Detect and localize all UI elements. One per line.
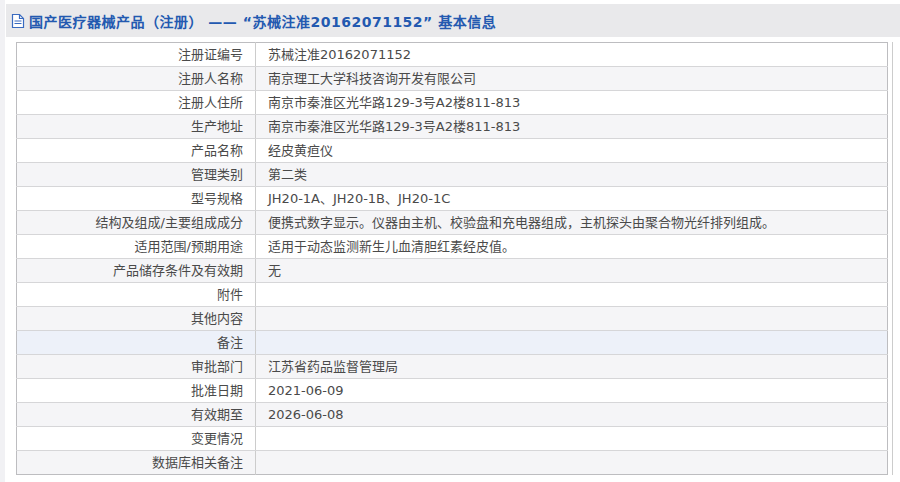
row-label: 批准日期 [17,379,256,403]
table-row: 注册人住所南京市秦淮区光华路129-3号A2楼811-813 [17,91,888,115]
table-row: 其他内容 [17,307,888,331]
table-row: 审批部门江苏省药品监督管理局 [17,355,888,379]
table-row: 变更情况 [17,427,888,451]
row-label: 审批部门 [17,355,256,379]
row-label: 产品储存条件及有效期 [17,259,256,283]
table-row: 注册证编号苏械注准20162071152 [17,43,888,67]
row-value [256,451,888,475]
row-label: 其他内容 [17,307,256,331]
row-value [256,307,888,331]
table-row: 适用范围/预期用途适用于动态监测新生儿血清胆红素经皮值。 [17,235,888,259]
page-header-bar: 国产医疗器械产品（注册） —— “苏械注准20162071152” 基本信息 [6,4,900,37]
row-label: 变更情况 [17,427,256,451]
window-edge-strip [0,0,5,482]
row-value: 无 [256,259,888,283]
row-value: 苏械注准20162071152 [256,43,888,67]
row-label: 数据库相关备注 [17,451,256,475]
page-title: 国产医疗器械产品（注册） —— “苏械注准20162071152” 基本信息 [29,11,496,31]
row-label: 有效期至 [17,403,256,427]
row-label: 结构及组成/主要组成成分 [17,211,256,235]
row-label: 生产地址 [17,115,256,139]
row-value: 南京市秦淮区光华路129-3号A2楼811-813 [256,91,888,115]
row-label: 适用范围/预期用途 [17,235,256,259]
row-value: 南京市秦淮区光华路129-3号A2楼811-813 [256,115,888,139]
row-value: 南京理工大学科技咨询开发有限公司 [256,67,888,91]
row-label: 附件 [17,283,256,307]
document-icon [11,13,25,29]
table-row: 有效期至2026-06-08 [17,403,888,427]
row-value: 2026-06-08 [256,403,888,427]
row-value: 经皮黄疸仪 [256,139,888,163]
row-value: 江苏省药品监督管理局 [256,355,888,379]
row-value: 第二类 [256,163,888,187]
row-label: 型号规格 [17,187,256,211]
info-table-body: 注册证编号苏械注准20162071152注册人名称南京理工大学科技咨询开发有限公… [17,43,888,475]
row-label: 产品名称 [17,139,256,163]
info-table-container: 注册证编号苏械注准20162071152注册人名称南京理工大学科技咨询开发有限公… [16,42,888,475]
row-label: 管理类别 [17,163,256,187]
table-row: 管理类别第二类 [17,163,888,187]
row-value [256,427,888,451]
row-value: 便携式数字显示。仪器由主机、校验盘和充电器组成，主机探头由聚合物光纤排列组成。 [256,211,888,235]
table-row: 型号规格JH20-1A、JH20-1B、JH20-1C [17,187,888,211]
row-label: 备注 [17,331,256,355]
row-value: 适用于动态监测新生儿血清胆红素经皮值。 [256,235,888,259]
row-label: 注册证编号 [17,43,256,67]
table-row: 批准日期2021-06-09 [17,379,888,403]
table-row: 产品储存条件及有效期无 [17,259,888,283]
table-row: 附件 [17,283,888,307]
table-row: 产品名称经皮黄疸仪 [17,139,888,163]
row-label: 注册人名称 [17,67,256,91]
row-value [256,331,888,355]
row-value: 2021-06-09 [256,379,888,403]
table-row: 备注 [17,331,888,355]
table-row: 结构及组成/主要组成成分便携式数字显示。仪器由主机、校验盘和充电器组成，主机探头… [17,211,888,235]
row-value: JH20-1A、JH20-1B、JH20-1C [256,187,888,211]
table-row: 注册人名称南京理工大学科技咨询开发有限公司 [17,67,888,91]
table-row: 生产地址南京市秦淮区光华路129-3号A2楼811-813 [17,115,888,139]
table-row: 数据库相关备注 [17,451,888,475]
row-value [256,283,888,307]
info-table: 注册证编号苏械注准20162071152注册人名称南京理工大学科技咨询开发有限公… [16,42,888,475]
row-label: 注册人住所 [17,91,256,115]
